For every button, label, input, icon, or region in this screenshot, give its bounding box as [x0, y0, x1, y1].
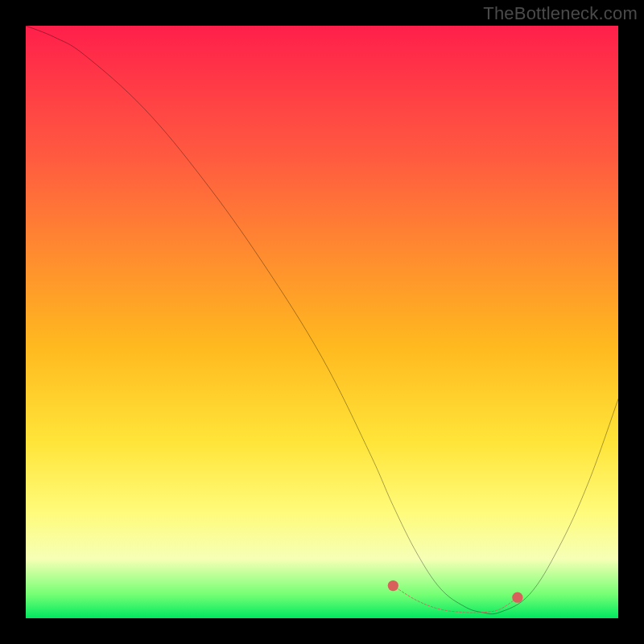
valley-dots-group	[388, 580, 523, 603]
chart-frame: TheBottleneck.com	[0, 0, 644, 644]
bottleneck-curve-path	[26, 26, 618, 614]
plot-area	[26, 26, 618, 618]
watermark-text: TheBottleneck.com	[483, 3, 638, 24]
valley-dot	[512, 592, 522, 603]
valley-dot	[388, 580, 398, 591]
curve-svg	[26, 26, 618, 618]
valley-highlight-path	[393, 586, 518, 613]
